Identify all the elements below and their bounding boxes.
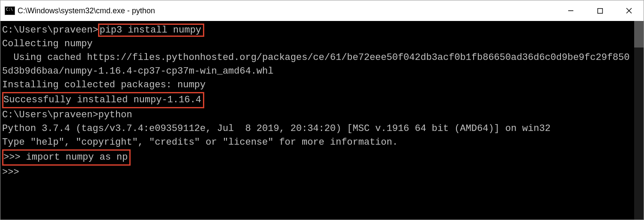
window-title: C:\Windows\system32\cmd.exe - python xyxy=(18,6,155,15)
output-line: Using cached https://files.pythonhosted.… xyxy=(2,51,632,78)
output-line: C:\Users\praveen>pip3 install numpy xyxy=(2,24,632,37)
cmd-icon: C:\ xyxy=(5,6,15,15)
output-line: Installing collected packages: numpy xyxy=(2,78,632,92)
prompt: C:\Users\praveen> xyxy=(2,25,98,36)
titlebar[interactable]: C:\ C:\Windows\system32\cmd.exe - python xyxy=(0,0,644,21)
python-stmt: import numpy as np xyxy=(26,152,128,163)
highlight-pip-cmd: pip3 install numpy xyxy=(98,24,204,37)
output-line: C:\Users\praveen>python xyxy=(2,108,632,122)
output-line: Successfully installed numpy-1.16.4 xyxy=(2,92,632,108)
content-area: C:\Users\praveen>pip3 install numpyColle… xyxy=(0,21,644,220)
maximize-button[interactable] xyxy=(585,0,614,21)
close-icon xyxy=(626,7,632,14)
output-line: Python 3.7.4 (tags/v3.7.4:e09359112e, Ju… xyxy=(2,122,632,136)
command: python xyxy=(98,110,132,120)
svg-rect-1 xyxy=(597,8,602,13)
highlight-import: >>> import numpy as np xyxy=(2,149,131,166)
maximize-icon xyxy=(597,8,603,14)
python-prompt: >>> xyxy=(3,152,26,163)
output-line: Collecting numpy xyxy=(2,37,632,51)
window-controls xyxy=(556,0,644,21)
scrollbar[interactable] xyxy=(634,21,644,220)
output-line: >>> xyxy=(2,166,632,179)
close-button[interactable] xyxy=(614,0,644,21)
scroll-thumb[interactable] xyxy=(634,21,644,48)
prompt: C:\Users\praveen> xyxy=(2,110,98,120)
cmd-window: C:\ C:\Windows\system32\cmd.exe - python… xyxy=(0,0,644,220)
output-line: >>> import numpy as np xyxy=(2,149,632,166)
minimize-button[interactable] xyxy=(556,0,585,21)
highlight-success: Successfully installed numpy-1.16.4 xyxy=(2,92,204,108)
output-line: Type "help", "copyright", "credits" or "… xyxy=(2,136,632,149)
terminal-output[interactable]: C:\Users\praveen>pip3 install numpyColle… xyxy=(0,21,634,220)
minimize-icon xyxy=(567,7,574,14)
